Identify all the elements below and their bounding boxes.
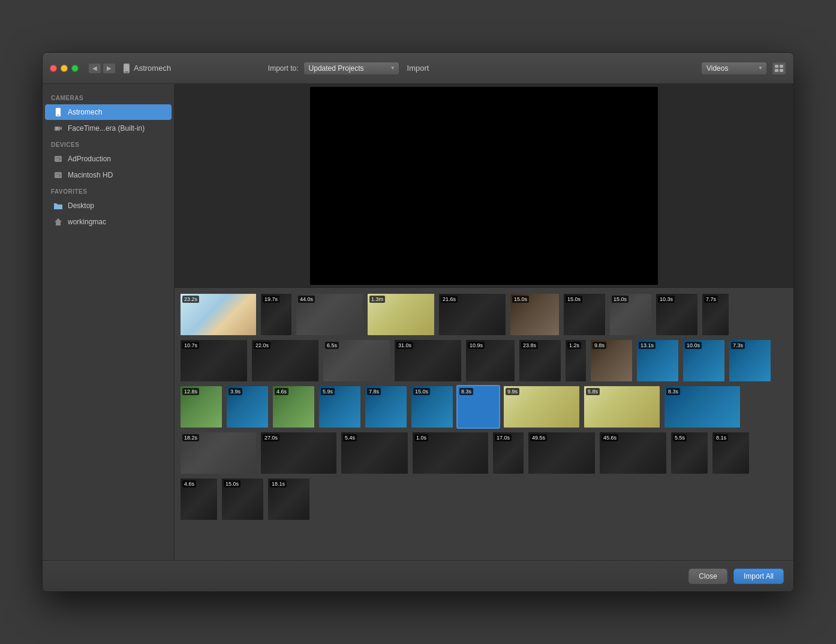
thumbnail-item[interactable]: 23.2s — [179, 293, 257, 336]
thumbnail-item[interactable]: 10.0s — [682, 339, 726, 383]
thumb-duration-label: 9.8s — [593, 342, 606, 349]
thumbnail-item[interactable]: 27.0s — [260, 431, 338, 475]
thumbnail-item[interactable]: 22.0s — [251, 339, 320, 383]
desktop-label: Desktop — [68, 201, 94, 210]
thumb-duration-label: 15.0s — [612, 296, 628, 303]
hdd-icon — [53, 154, 63, 164]
svg-point-10 — [56, 127, 58, 130]
thumbnail-item[interactable]: 5.9s — [318, 385, 362, 429]
thumbnail-item[interactable]: 1.2s — [564, 339, 587, 383]
svg-rect-14 — [55, 172, 62, 178]
thumbnail-item[interactable]: 19.7s — [260, 293, 293, 336]
thumbnail-item[interactable]: 21.6s — [438, 293, 507, 336]
sidebar-item-facetime[interactable]: FaceTime...era (Built-in) — [45, 121, 172, 136]
import-destination-dropdown[interactable]: Updated Projects — [303, 62, 399, 75]
thumbnail-item[interactable]: 10.3s — [655, 293, 699, 336]
thumbnail-item[interactable]: 9.8s — [590, 339, 633, 383]
thumbnail-item[interactable]: 8.3s — [456, 385, 500, 429]
home-icon — [53, 217, 63, 227]
svg-point-16 — [59, 175, 61, 177]
facetime-label: FaceTime...era (Built-in) — [68, 124, 145, 133]
thumb-duration-label: 5.8s — [586, 388, 600, 395]
thumbnail-item[interactable]: 4.6s — [179, 477, 218, 521]
thumbnail-item[interactable]: 15.0s — [509, 293, 560, 336]
minimize-button[interactable] — [61, 65, 68, 72]
thumb-duration-label: 8.3s — [459, 388, 473, 395]
thumbnail-item[interactable]: 7.7s — [701, 293, 730, 336]
bottom-bar: Close Import All — [43, 560, 793, 591]
thumbnail-item[interactable]: 12.8s — [179, 385, 223, 429]
svg-rect-1 — [125, 71, 128, 73]
sidebar-item-astromech[interactable]: Astromech — [45, 104, 172, 120]
thumbnail-item[interactable]: 1.0s — [411, 431, 489, 475]
maximize-button[interactable] — [71, 65, 79, 72]
svg-point-13 — [59, 159, 61, 161]
forward-icon: ▶ — [107, 65, 112, 71]
thumbnail-item[interactable]: 18.2s — [179, 431, 257, 475]
thumbnails-container[interactable]: 23.2s19.7s44.0s1.3m21.6s15.0s15.0s15.0s1… — [175, 288, 793, 560]
thumbnail-item[interactable]: 9.9s — [503, 385, 581, 429]
import-all-button[interactable]: Import All — [733, 568, 784, 584]
thumbnail-item[interactable]: 49.5s — [527, 431, 596, 475]
thumbnail-item[interactable]: 15.0s — [410, 385, 454, 429]
close-button[interactable]: Close — [688, 568, 727, 584]
thumbnail-item[interactable]: 13.1s — [636, 339, 679, 383]
folder-icon — [53, 201, 63, 210]
thumbnail-item[interactable]: 1.3m — [366, 293, 435, 336]
thumbnail-item[interactable]: 15.0s — [563, 293, 606, 336]
thumbnail-item[interactable]: 7.8s — [364, 385, 408, 429]
thumbnail-item[interactable]: 5.5s — [670, 431, 709, 475]
camera-icon — [53, 124, 63, 133]
thumb-duration-label: 10.3s — [658, 296, 675, 303]
thumbnail-item[interactable]: 15.0s — [221, 477, 264, 521]
content-area: 23.2s19.7s44.0s1.3m21.6s15.0s15.0s15.0s1… — [175, 84, 793, 560]
thumb-duration-label: 1.0s — [414, 434, 428, 441]
sidebar-item-macintosh-hd[interactable]: Macintosh HD — [45, 167, 172, 183]
thumbnail-item[interactable]: 18.1s — [267, 477, 311, 521]
main-content: CAMERAS Astromech — [43, 84, 793, 560]
thumbnail-item[interactable]: 6.5s — [322, 339, 391, 383]
thumbnail-item[interactable]: 23.8s — [518, 339, 562, 383]
thumb-duration-label: 18.1s — [270, 480, 287, 487]
back-icon: ◀ — [92, 65, 97, 71]
thumbnail-item[interactable]: 10.7s — [179, 339, 248, 383]
grid-view-button[interactable] — [772, 62, 786, 75]
import-to-label: Import to: — [268, 64, 299, 73]
thumbnail-item[interactable]: 10.9s — [465, 339, 516, 383]
close-button[interactable] — [50, 65, 57, 72]
filter-dropdown[interactable]: Videos — [701, 62, 767, 75]
sidebar-item-desktop[interactable]: Desktop — [45, 198, 172, 213]
thumbnail-item[interactable]: 31.0s — [393, 339, 462, 383]
thumbnail-item[interactable]: 8.1s — [711, 431, 750, 475]
thumbnail-item[interactable]: 3.9s — [225, 385, 269, 429]
thumb-duration-label: 10.7s — [182, 342, 199, 349]
thumbnail-item[interactable]: 8.3s — [663, 385, 741, 429]
thumbnail-item[interactable]: 44.0s — [295, 293, 364, 336]
thumb-duration-label: 31.0s — [396, 342, 413, 349]
forward-button[interactable]: ▶ — [103, 63, 116, 74]
thumb-duration-label: 9.9s — [506, 388, 519, 395]
thumb-duration-label: 15.0s — [566, 296, 582, 303]
thumbnail-item[interactable]: 4.6s — [272, 385, 315, 429]
thumb-duration-label: 4.6s — [275, 388, 288, 395]
nav-buttons: ◀ ▶ — [88, 63, 116, 74]
thumbnail-item[interactable]: 17.0s — [492, 431, 525, 475]
thumbnail-item[interactable]: 5.4s — [340, 431, 409, 475]
thumb-duration-label: 1.3m — [369, 296, 385, 303]
thumbnails-grid: 23.2s19.7s44.0s1.3m21.6s15.0s15.0s15.0s1… — [179, 293, 789, 521]
thumb-duration-label: 44.0s — [298, 296, 315, 303]
thumbnail-item[interactable]: 45.6s — [599, 431, 667, 475]
adproduction-label: AdProduction — [68, 155, 111, 163]
back-button[interactable]: ◀ — [88, 63, 101, 74]
sidebar-item-adproduction[interactable]: AdProduction — [45, 151, 172, 167]
title-bar: ◀ ▶ Astromech Import Import to: Updated … — [43, 53, 793, 84]
svg-rect-3 — [780, 65, 783, 68]
thumbnail-item[interactable]: 5.8s — [583, 385, 661, 429]
thumbnail-item[interactable]: 7.3s — [728, 339, 772, 383]
devices-section-label: DEVICES — [43, 137, 174, 151]
thumb-duration-label: 21.6s — [441, 296, 458, 303]
thumbnail-item[interactable]: 15.0s — [609, 293, 652, 336]
sidebar-item-workingmac[interactable]: workingmac — [45, 214, 172, 230]
thumb-duration-label: 7.8s — [367, 388, 381, 395]
thumb-duration-label: 23.8s — [521, 342, 538, 349]
